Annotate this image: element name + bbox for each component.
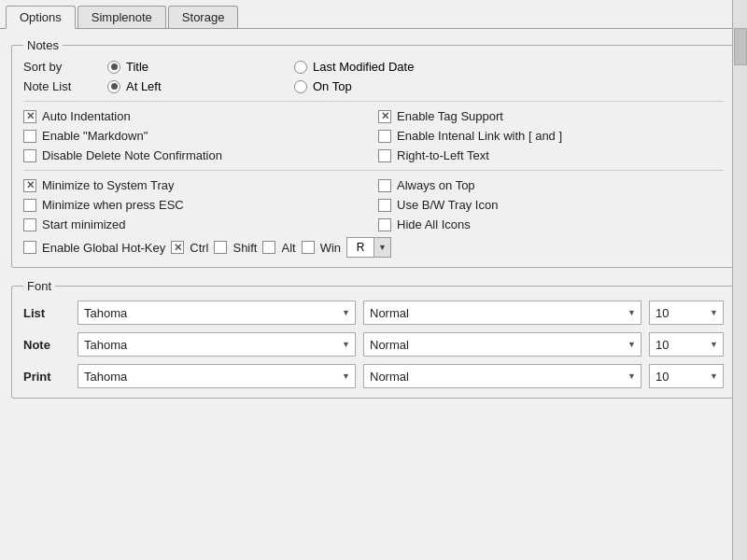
cb-enable-tag-box[interactable] [378, 110, 391, 123]
hotkey-key-input[interactable] [346, 237, 374, 258]
cb-start-min-label: Start minimized [42, 217, 126, 231]
sort-by-label: Sort by [23, 60, 107, 74]
font-note-style-select[interactable]: NormalBoldItalic [363, 332, 641, 357]
cb-always-top-label: Always on Top [397, 178, 475, 192]
win-label: Win [320, 241, 341, 255]
main-content: Notes Sort by Title Last Modified Date N… [0, 29, 747, 560]
font-list-size-select[interactable]: 10812 [649, 301, 724, 325]
alt-label: Alt [281, 241, 295, 255]
cb-disable-delete: Disable Delete Note Confirmation [23, 148, 369, 162]
font-grid: List TahomaArialVerdana NormalBoldItalic… [23, 301, 724, 388]
ctrl-label: Ctrl [190, 241, 208, 255]
main-window: Options Simplenote Storage Notes Sort by… [0, 0, 747, 560]
cb-minimize-esc: Minimize when press ESC [23, 198, 369, 212]
hotkey-dropdown-btn[interactable]: ▼ [374, 237, 391, 258]
font-print-style-select[interactable]: NormalBoldItalic [363, 364, 641, 388]
notes-options-grid: Sort by Title Last Modified Date Note Li… [23, 60, 724, 93]
cb-bw-icon: Use B/W Tray Icon [378, 198, 724, 212]
cb-markdown-box[interactable] [23, 130, 36, 143]
cb-minimize-esc-box[interactable] [23, 199, 36, 212]
font-print-style-wrapper: NormalBoldItalic [363, 364, 641, 388]
cb-rtl: Right-to-Left Text [378, 148, 724, 162]
cb-hide-icons-label: Hide All Icons [397, 217, 471, 231]
cb-hide-icons: Hide All Icons [378, 217, 724, 231]
notes-fieldset: Notes Sort by Title Last Modified Date N… [11, 38, 736, 268]
tab-storage[interactable]: Storage [168, 6, 239, 28]
tab-options[interactable]: Options [6, 6, 76, 29]
cb-auto-indent-box[interactable] [23, 110, 36, 123]
cb-shift-box[interactable] [214, 241, 227, 254]
cb-disable-delete-label: Disable Delete Note Confirmation [42, 148, 222, 162]
cb-alt-box[interactable] [262, 241, 275, 254]
divider-1 [23, 101, 724, 102]
font-note-font-select[interactable]: TahomaArialVerdana [78, 332, 356, 357]
font-fieldset: Font List TahomaArialVerdana NormalBoldI… [11, 279, 736, 399]
cb-minimize-tray-label: Minimize to System Tray [42, 178, 175, 192]
hotkey-row: Enable Global Hot-Key Ctrl Shift Alt Win… [23, 237, 724, 258]
scrollbar[interactable] [732, 0, 747, 560]
radio-sort-title[interactable] [107, 61, 120, 74]
divider-2 [23, 170, 724, 171]
cb-hotkey-enable-label: Enable Global Hot-Key [42, 241, 165, 255]
cb-always-top-box[interactable] [378, 179, 391, 192]
font-legend: Font [23, 279, 55, 293]
note-list-label: Note List [23, 79, 107, 93]
radio-list-ontop[interactable] [294, 80, 307, 93]
tab-simplenote[interactable]: Simplenote [78, 6, 166, 28]
font-list-style-select[interactable]: NormalBoldItalic [363, 301, 641, 325]
font-print-font-wrapper: TahomaArialVerdana [78, 364, 356, 388]
list-ontop-label: On Top [313, 79, 352, 93]
cb-internal-link-label: Enable Intenal Link with [ and ] [397, 129, 562, 143]
font-note-style-wrapper: NormalBoldItalic [363, 332, 641, 357]
sort-title-group: Title [107, 60, 257, 74]
cb-hotkey-enable-box[interactable] [23, 241, 36, 254]
list-ontop-group: On Top [257, 79, 724, 93]
font-list-size-wrapper: 10812 [649, 301, 724, 325]
font-list-font-select[interactable]: TahomaArialVerdana [78, 301, 356, 325]
font-note-font-wrapper: TahomaArialVerdana [78, 332, 356, 357]
cb-internal-link: Enable Intenal Link with [ and ] [378, 129, 724, 143]
font-print-font-select[interactable]: TahomaArialVerdana [78, 364, 356, 388]
cb-bw-icon-box[interactable] [378, 199, 391, 212]
font-print-size-wrapper: 10812 [649, 364, 724, 388]
notes-legend: Notes [23, 38, 63, 52]
shift-label: Shift [233, 241, 257, 255]
tab-bar: Options Simplenote Storage [0, 0, 747, 29]
font-note-size-wrapper: 10812 [649, 332, 724, 357]
cb-start-min: Start minimized [23, 217, 369, 231]
cb-bw-icon-label: Use B/W Tray Icon [397, 198, 498, 212]
cb-minimize-esc-label: Minimize when press ESC [42, 198, 184, 212]
font-print-label: Print [23, 370, 70, 384]
cb-internal-link-box[interactable] [378, 130, 391, 143]
sort-title-label: Title [126, 60, 148, 74]
cb-rtl-label: Right-to-Left Text [397, 148, 489, 162]
radio-list-atleft[interactable] [107, 80, 120, 93]
radio-sort-lastmod[interactable] [294, 61, 307, 74]
cb-ctrl-box[interactable] [171, 241, 184, 254]
scrollbar-thumb[interactable] [734, 28, 747, 65]
cb-auto-indent: Auto Indentation [23, 109, 369, 123]
cb-hide-icons-box[interactable] [378, 218, 391, 231]
font-note-label: Note [23, 338, 70, 352]
sort-lastmod-label: Last Modified Date [313, 60, 414, 74]
cb-disable-delete-box[interactable] [23, 149, 36, 162]
font-note-size-select[interactable]: 10812 [649, 332, 724, 357]
list-atleft-label: At Left [126, 79, 162, 93]
cb-minimize-tray-box[interactable] [23, 179, 36, 192]
cb-enable-tag: Enable Tag Support [378, 109, 724, 123]
cb-markdown-label: Enable "Markdown" [42, 129, 148, 143]
font-list-label: List [23, 306, 70, 320]
cb-minimize-tray: Minimize to System Tray [23, 178, 369, 192]
checkbox-group-2: Minimize to System Tray Always on Top Mi… [23, 178, 724, 231]
sort-lastmod-group: Last Modified Date [257, 60, 724, 74]
list-atleft-group: At Left [107, 79, 257, 93]
cb-win-box[interactable] [302, 241, 315, 254]
cb-start-min-box[interactable] [23, 218, 36, 231]
font-print-size-select[interactable]: 10812 [649, 364, 724, 388]
cb-markdown: Enable "Markdown" [23, 129, 369, 143]
cb-rtl-box[interactable] [378, 149, 391, 162]
font-list-font-wrapper: TahomaArialVerdana [78, 301, 356, 325]
cb-always-top: Always on Top [378, 178, 724, 192]
cb-enable-tag-label: Enable Tag Support [397, 109, 503, 123]
cb-auto-indent-label: Auto Indentation [42, 109, 131, 123]
